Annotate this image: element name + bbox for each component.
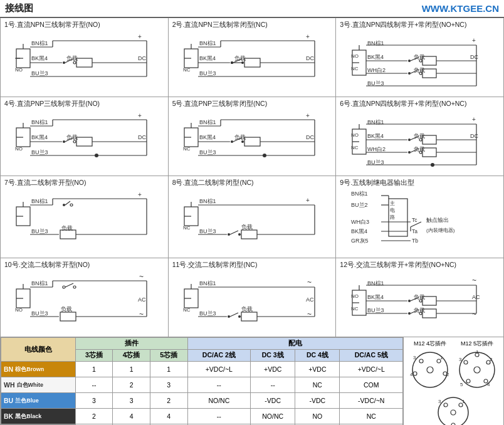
svg-text:负载: 负载 <box>234 134 246 140</box>
diagram-12-title: 12号.交流三线制常开+常闭型(NO+NC) <box>340 261 500 270</box>
svg-point-136 <box>408 151 411 154</box>
svg-text:Ta: Ta <box>412 228 417 234</box>
svg-text:BN棕1: BN棕1 <box>31 198 48 204</box>
svg-text:4: 4 <box>410 372 413 377</box>
svg-text:2: 2 <box>490 357 493 362</box>
svg-text:1: 1 <box>440 355 443 360</box>
m8-3pin-item: 1 2 3 M8 3芯插件 <box>433 395 474 425</box>
svg-text:WH白2: WH白2 <box>367 67 386 73</box>
diagram-1: 1号.直流NPN三线制常开型(NO) BN棕1 + BK黑4 负载 <box>1 18 169 97</box>
svg-text:5: 5 <box>460 382 463 387</box>
svg-point-64 <box>408 72 411 75</box>
svg-text:负载: 负载 <box>414 54 425 60</box>
diagram-9: 9号.五线制继电器输出型 主 电 路 BN棕1 BU兰2 WH白3 Tc BK黑… <box>336 176 504 258</box>
svg-text:NC: NC <box>183 307 191 313</box>
diagram-5-svg: BN棕1 + BK黑4 负载 DC BU兰3 NC <box>183 110 321 164</box>
svg-text:DC: DC <box>138 55 146 61</box>
wh-cn: 白色White <box>17 381 44 389</box>
bn-code: BN <box>4 365 13 373</box>
bn-code-cell: BN 棕色Brown <box>1 362 76 377</box>
svg-point-231 <box>238 315 241 318</box>
svg-point-277 <box>474 367 480 373</box>
m12-5pin-label: M12 5芯插件 <box>457 340 498 348</box>
svg-text:3: 3 <box>459 357 462 362</box>
bk-3pin: 2 <box>75 409 113 424</box>
svg-text:WH白2: WH白2 <box>367 146 386 152</box>
diagram-8: 8号.直流二线制常闭型(NC) BN棕1 + BU兰3 负载 NC <box>169 176 337 258</box>
svg-text:BK黑4: BK黑4 <box>367 54 384 60</box>
svg-text:BK黑4: BK黑4 <box>199 134 216 140</box>
svg-text:NC: NC <box>351 306 359 312</box>
bk-5pin: 4 <box>150 409 187 424</box>
bn-dc3: +VDC <box>251 362 295 377</box>
svg-text:~: ~ <box>307 278 312 286</box>
svg-text:负载: 负载 <box>241 224 253 230</box>
svg-point-289 <box>451 410 456 415</box>
svg-text:BK黑4: BK黑4 <box>31 134 48 140</box>
svg-text:负载: 负载 <box>414 133 425 139</box>
color-table: 电线颜色 插件 配电 3芯插 4芯插 5芯插 DC/AC 2线 DC 3线 DC… <box>1 337 403 425</box>
svg-text:NC: NC <box>351 145 359 150</box>
svg-text:~: ~ <box>472 276 476 285</box>
row-bk: BK 黑色Black 2 4 4 -- NO/NC NO NC <box>1 409 403 424</box>
svg-text:Tc: Tc <box>412 217 417 223</box>
col-dcac5: DC/AC 5线 <box>340 350 403 362</box>
bu-code-cell: BU 兰色Blue <box>1 393 76 409</box>
svg-text:NO: NO <box>15 146 23 152</box>
svg-point-286 <box>466 379 470 383</box>
bu-dc4: -VDC <box>295 393 340 409</box>
svg-text:负载: 负载 <box>66 55 78 61</box>
diagram-1-title: 1号.直流NPN三线制常开型(NO) <box>4 21 164 29</box>
diagram-10: 10号.交流二线制常开型(NO) BN棕1 ~ AC BU兰3 负载 NO <box>1 258 169 337</box>
svg-text:负载: 负载 <box>241 306 253 312</box>
bu-cn: 兰色Blue <box>15 397 39 405</box>
diagram-2: 2号.直流NPN三线制常闭型(NC) BN棕1 + BK黑4 负载 DC BU兰… <box>169 18 337 97</box>
wh-dc4: NC <box>295 377 340 393</box>
bk-dc4: NO <box>295 409 340 424</box>
svg-text:+: + <box>306 112 310 119</box>
svg-point-211 <box>73 286 76 288</box>
svg-point-126 <box>408 139 411 141</box>
svg-text:DC: DC <box>138 134 146 140</box>
diagram-8-svg: BN棕1 + BU兰3 负载 NC <box>183 189 321 243</box>
svg-text:3: 3 <box>413 355 416 360</box>
svg-text:BN棕1: BN棕1 <box>31 280 48 286</box>
svg-text:NO: NO <box>351 132 359 138</box>
diagram-5-title: 5号.直流PNP三线制常闭型(NC) <box>172 100 332 108</box>
row-bn: BN 棕色Brown 1 1 1 +VDC/~L +VDC +VDC +VDC/… <box>1 362 403 377</box>
svg-text:NC: NC <box>183 67 191 73</box>
svg-text:+: + <box>472 37 476 44</box>
svg-text:NC: NC <box>183 225 191 231</box>
diagram-12-svg: BN棕1 ~ BK黑4 负载 AC NO BU兰3 负载 NC ~ <box>351 271 489 334</box>
svg-text:+: + <box>138 191 142 198</box>
svg-rect-109 <box>244 137 260 146</box>
bu-code: BU <box>4 397 13 404</box>
svg-text:BU兰3: BU兰3 <box>31 228 48 234</box>
svg-text:NO: NO <box>15 67 23 73</box>
svg-point-282 <box>464 360 468 364</box>
diagram-10-title: 10号.交流二线制常开型(NO) <box>4 261 164 270</box>
svg-text:WH白3: WH白3 <box>351 219 369 225</box>
svg-point-14 <box>73 61 76 64</box>
svg-point-12 <box>63 61 65 64</box>
svg-text:BK黑4: BK黑4 <box>367 133 384 139</box>
col-5pin: 5芯插 <box>150 350 187 362</box>
svg-text:DC: DC <box>470 133 478 139</box>
svg-text:路: 路 <box>390 214 395 220</box>
svg-point-272 <box>419 359 423 363</box>
wh-dc3: -- <box>251 377 295 393</box>
diagram-10-svg: BN棕1 ~ AC BU兰3 负载 NO ~ <box>15 271 153 325</box>
svg-point-154 <box>70 204 73 206</box>
svg-text:GR灰5: GR灰5 <box>351 238 369 244</box>
svg-text:BU兰3: BU兰3 <box>199 149 216 155</box>
header: 接线图 WWW.KTGEE.CN <box>0 0 504 18</box>
diagram-4-title: 4号.直流PNP三线制常开型(NO) <box>4 100 164 108</box>
bn-cn: 棕色Brown <box>15 365 44 374</box>
svg-text:NO: NO <box>15 307 23 313</box>
svg-text:(内装继电器): (内装继电器) <box>426 228 455 233</box>
svg-text:DC: DC <box>470 54 478 60</box>
diagram-2-svg: BN棕1 + BK黑4 负载 DC BU兰3 NC <box>183 31 321 85</box>
diagram-7-svg: BN棕1 + BU兰3 负载 <box>15 189 153 243</box>
bk-cn: 黑色Black <box>15 412 41 421</box>
svg-point-173 <box>238 233 241 236</box>
